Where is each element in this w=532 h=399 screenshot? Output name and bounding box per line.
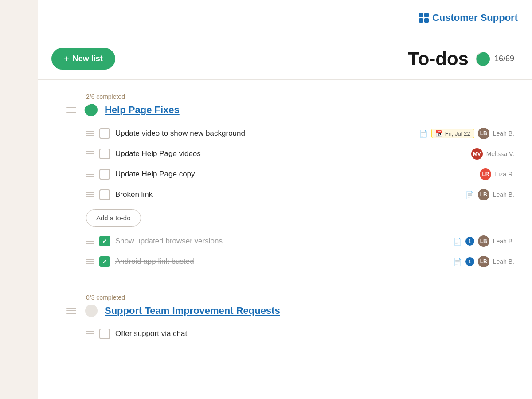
content-area: 2/6 completed Help Page Fixes (38, 80, 532, 379)
todo-list-support-team: Offer support via chat (86, 324, 514, 344)
todo-text: Update video to show new background (115, 129, 412, 138)
overall-progress-text: 16/69 (494, 54, 514, 63)
sidebar (0, 0, 38, 399)
todo-text: Offer support via chat (115, 329, 514, 338)
avatar: LR (480, 168, 491, 180)
todo-checkbox[interactable] (99, 329, 110, 339)
date-badge: 📅 Fri, Jul 22 (431, 129, 474, 138)
page-title: To-dos (408, 48, 469, 70)
note-icon: 📄 (453, 237, 462, 246)
list-progress-pie (84, 304, 98, 318)
todo-drag-handle[interactable] (86, 172, 94, 177)
list-header: Help Page Fixes (65, 103, 514, 117)
project-link[interactable]: Customer Support (419, 12, 518, 23)
note-icon: 📄 (453, 258, 462, 266)
todo-drag-handle[interactable] (86, 239, 94, 244)
todo-meta: 📄 LB Leah B. (466, 189, 514, 200)
todo-meta: LR Liza R. (480, 168, 514, 180)
todo-text: Broken link (115, 190, 458, 199)
list-progress-pie (84, 103, 98, 117)
todo-drag-handle[interactable] (86, 131, 94, 136)
list-section-help-page-fixes: 2/6 completed Help Page Fixes (65, 93, 514, 272)
title-area: To-dos 16/69 (408, 48, 514, 70)
assignee-name: Leah B. (493, 130, 514, 137)
todo-drag-handle[interactable] (86, 151, 94, 156)
list-meta: 0/3 completed (86, 294, 514, 301)
todo-meta: 📄 1 LB Leah B. (453, 256, 514, 267)
grid-icon (419, 13, 429, 23)
todo-drag-handle[interactable] (86, 331, 94, 336)
plus-icon: + (64, 55, 69, 63)
project-name: Customer Support (432, 12, 518, 23)
todo-item-completed: Show updated browser versions 📄 1 LB Lea… (86, 231, 514, 251)
todo-text-completed: Show updated browser versions (115, 237, 446, 246)
note-icon: 📄 (419, 129, 428, 138)
assignee-name: Leah B. (493, 238, 514, 245)
list-section-support-team: 0/3 completed Support Team Improvement R… (65, 294, 514, 344)
list-drag-handle[interactable] (65, 105, 78, 115)
avatar: LB (478, 128, 489, 139)
list-title-support-team[interactable]: Support Team Improvement Requests (105, 305, 280, 317)
todo-checkbox[interactable] (99, 149, 110, 159)
todo-item: Update Help Page copy LR Liza R. (86, 164, 514, 184)
todo-item: Update video to show new background 📄 📅 … (86, 123, 514, 144)
todo-list-help-page-fixes: Update video to show new background 📄 📅 … (86, 123, 514, 272)
overall-progress-pie (475, 51, 491, 67)
header-row: + New list To-dos 16/69 (38, 35, 532, 80)
assignee-name: Leah B. (493, 258, 514, 265)
avatar: LB (478, 256, 489, 267)
todo-meta: MV Melissa V. (471, 148, 514, 160)
due-date: Fri, Jul 22 (445, 130, 470, 137)
calendar-icon: 📅 (435, 130, 443, 137)
note-icon: 📄 (466, 191, 474, 199)
comment-badge: 1 (466, 257, 474, 266)
list-title-help-page-fixes[interactable]: Help Page Fixes (105, 104, 180, 116)
svg-point-2 (85, 305, 98, 317)
todo-drag-handle[interactable] (86, 259, 94, 264)
assignee-name: Melissa V. (486, 150, 514, 157)
todo-text: Update Help Page videos (115, 149, 464, 158)
todo-checkbox[interactable] (99, 128, 110, 139)
todo-drag-handle[interactable] (86, 192, 94, 197)
top-bar: Customer Support (38, 0, 532, 35)
page-wrapper: Customer Support + New list To-dos 16/69 (0, 0, 532, 399)
assignee-name: Liza R. (495, 171, 514, 178)
todo-checkbox-checked[interactable] (99, 256, 110, 267)
todo-item: Update Help Page videos MV Melissa V. (86, 144, 514, 164)
todo-item: Offer support via chat (86, 324, 514, 344)
todo-checkbox[interactable] (99, 189, 110, 200)
avatar: LB (478, 235, 489, 247)
todo-checkbox-checked[interactable] (99, 236, 110, 246)
todo-checkbox[interactable] (99, 169, 110, 180)
todo-text: Update Help Page copy (115, 170, 473, 179)
avatar: LB (478, 189, 489, 200)
todo-item: Broken link 📄 LB Leah B. (86, 184, 514, 205)
new-list-button[interactable]: + New list (51, 48, 115, 70)
main-panel: Customer Support + New list To-dos 16/69 (38, 0, 532, 399)
list-drag-handle[interactable] (65, 306, 78, 316)
avatar: MV (471, 148, 483, 160)
assignee-name: Leah B. (493, 191, 514, 198)
comment-badge: 1 (466, 237, 474, 246)
list-meta: 2/6 completed (86, 93, 514, 100)
new-list-label: New list (73, 54, 103, 63)
todo-text-completed: Android app link busted (115, 257, 446, 266)
todo-meta: 📄 1 LB Leah B. (453, 235, 514, 247)
todo-meta: 📄 📅 Fri, Jul 22 LB Leah B. (419, 128, 514, 139)
progress-indicator: 16/69 (475, 51, 514, 67)
todo-item-completed: Android app link busted 📄 1 LB Leah B. (86, 251, 514, 272)
list-header: Support Team Improvement Requests (65, 304, 514, 318)
add-todo-button[interactable]: Add a to-do (86, 209, 141, 227)
